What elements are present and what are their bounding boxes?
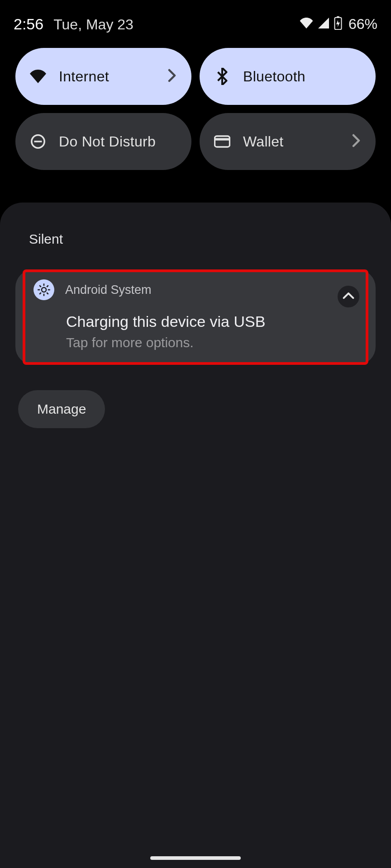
highlight-box: Android System Charging this device via … xyxy=(23,269,368,365)
svg-rect-4 xyxy=(215,136,230,147)
qs-tile-dnd[interactable]: Do Not Disturb xyxy=(15,113,191,170)
battery-icon xyxy=(334,16,342,32)
wifi-icon xyxy=(30,68,46,85)
nav-pill[interactable] xyxy=(150,856,241,860)
quick-settings: Internet Bluetooth Do Not Disturb Wallet xyxy=(0,36,391,177)
svg-rect-5 xyxy=(215,138,230,141)
qs-tile-label: Bluetooth xyxy=(243,68,305,85)
qs-tile-bluetooth[interactable]: Bluetooth xyxy=(200,48,376,105)
chevron-right-icon[interactable] xyxy=(352,134,360,149)
status-bar: 2:56 Tue, May 23 66% xyxy=(0,0,391,36)
notification-app-name: Android System xyxy=(65,283,152,297)
qs-tile-wallet[interactable]: Wallet xyxy=(200,113,376,170)
wallet-icon xyxy=(214,133,230,150)
chevron-right-icon[interactable] xyxy=(168,69,176,84)
battery-percent: 66% xyxy=(348,16,377,33)
qs-tile-label: Wallet xyxy=(243,133,284,150)
svg-point-6 xyxy=(42,288,46,292)
wifi-icon xyxy=(300,18,313,30)
qs-tile-internet[interactable]: Internet xyxy=(15,48,191,105)
manage-button[interactable]: Manage xyxy=(18,390,105,428)
cell-signal-icon xyxy=(318,18,329,30)
notification-title: Charging this device via USB xyxy=(66,313,358,330)
svg-line-12 xyxy=(47,292,48,294)
svg-line-13 xyxy=(39,292,41,294)
bluetooth-icon xyxy=(214,68,230,85)
section-header-silent: Silent xyxy=(15,231,376,262)
notification-shade: Silent Android System Charging this devi… xyxy=(0,203,391,868)
svg-line-11 xyxy=(39,285,41,287)
dnd-icon xyxy=(30,133,46,150)
settings-gear-icon xyxy=(33,279,54,300)
svg-line-14 xyxy=(47,285,48,287)
status-date: Tue, May 23 xyxy=(53,16,134,33)
qs-tile-label: Do Not Disturb xyxy=(59,133,156,150)
collapse-button[interactable] xyxy=(338,286,359,307)
chevron-up-icon xyxy=(343,292,354,301)
status-time: 2:56 xyxy=(14,15,43,33)
notification-body: Tap for more options. xyxy=(66,335,358,350)
qs-tile-label: Internet xyxy=(59,68,109,85)
notification-card[interactable]: Android System Charging this device via … xyxy=(15,269,376,365)
